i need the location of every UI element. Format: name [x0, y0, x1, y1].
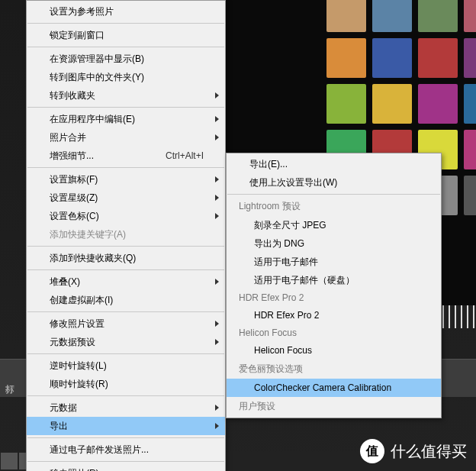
- menu-item-label: 使用上次设置导出(W): [249, 176, 420, 189]
- menu-item-label: 在资源管理器中显示(B): [50, 53, 204, 65]
- menu-item[interactable]: 导出为 DNG: [227, 234, 441, 253]
- menu-item-label: 适用于电子邮件: [254, 256, 420, 268]
- menu-item[interactable]: 照片合并: [27, 128, 225, 147]
- menu-item[interactable]: 在资源管理器中显示(B): [27, 50, 225, 68]
- menu-item[interactable]: 导出: [27, 417, 225, 435]
- menu-item[interactable]: 修改照片设置: [27, 315, 225, 333]
- submenu-arrow-icon: [215, 176, 219, 182]
- menu-item-label: 刻录全尺寸 JPEG: [254, 219, 420, 231]
- menu-item[interactable]: 转到收藏夹: [27, 86, 225, 105]
- submenu-arrow-icon: [215, 92, 219, 98]
- menu-section-header: Lightroom 预设: [227, 197, 441, 216]
- menu-item[interactable]: 增强细节...Ctrl+Alt+I: [27, 147, 225, 165]
- submenu-arrow-icon: [215, 339, 219, 345]
- menu-item-label: 添加到快捷收藏夹(Q): [50, 252, 204, 264]
- menu-item-label: Helicon Focus: [254, 344, 420, 356]
- submenu-arrow-icon: [215, 134, 219, 140]
- watermark-text: 什么值得买: [391, 441, 467, 462]
- menu-item-shortcut: Ctrl+Alt+I: [166, 150, 204, 162]
- menu-item-label: 转到图库中的文件夹(Y): [50, 71, 204, 83]
- menu-item[interactable]: 通过电子邮件发送照片...: [27, 440, 225, 459]
- menu-section-header: 用户预设: [227, 397, 441, 416]
- menu-separator: [27, 461, 224, 462]
- menu-item[interactable]: Helicon Focus: [227, 341, 441, 360]
- menu-item-label: 导出为 DNG: [254, 237, 420, 250]
- menu-item[interactable]: 顺时针旋转(R): [27, 375, 225, 393]
- menu-item-label: 设置旗标(F): [50, 173, 204, 185]
- watermark: 值 什么值得买: [360, 439, 467, 463]
- export-submenu[interactable]: 导出(E)...使用上次设置导出(W)Lightroom 预设刻录全尺寸 JPE…: [226, 153, 442, 418]
- menu-item[interactable]: 堆叠(X): [27, 273, 225, 291]
- menu-separator: [27, 437, 224, 438]
- submenu-arrow-icon: [215, 423, 219, 429]
- color-swatch: [372, 38, 412, 78]
- color-swatch: [418, 84, 458, 124]
- menu-section-header: Helicon Focus: [227, 324, 441, 341]
- menu-separator: [27, 23, 224, 24]
- menu-item[interactable]: 转到图库中的文件夹(Y): [27, 68, 225, 86]
- thumbnail[interactable]: [1, 453, 18, 469]
- context-menu[interactable]: 设置为参考照片锁定到副窗口在资源管理器中显示(B)转到图库中的文件夹(Y)转到收…: [26, 0, 226, 471]
- menu-item-label: 设置星级(Z): [50, 192, 204, 204]
- menu-item[interactable]: 逆时针旋转(L): [27, 356, 225, 375]
- menu-separator: [27, 311, 224, 312]
- menu-item-label: 导出: [50, 420, 204, 432]
- menu-item[interactable]: 添加到快捷收藏夹(Q): [27, 249, 225, 267]
- menu-section-header: 爱色丽预设选项: [227, 360, 441, 379]
- color-swatch: [464, 176, 476, 215]
- menu-item[interactable]: 设置星级(Z): [27, 189, 225, 207]
- menu-item-label: 移去照片(R)...: [50, 467, 204, 471]
- submenu-arrow-icon: [215, 116, 219, 122]
- menu-item[interactable]: 适用于电子邮件（硬盘）: [227, 271, 441, 289]
- menu-separator: [27, 246, 224, 247]
- menu-item-label: 创建虚拟副本(I): [50, 294, 204, 306]
- menu-item-label: 转到收藏夹: [50, 89, 204, 102]
- menu-item[interactable]: 元数据预设: [27, 333, 225, 351]
- color-swatch: [464, 84, 476, 124]
- menu-item[interactable]: 元数据: [27, 398, 225, 417]
- menu-item-label: ColorChecker Camera Calibration: [254, 382, 420, 394]
- submenu-arrow-icon: [215, 321, 219, 327]
- submenu-arrow-icon: [215, 213, 219, 219]
- color-swatch: [326, 84, 366, 124]
- color-swatch: [372, 84, 412, 124]
- menu-item[interactable]: 锁定到副窗口: [27, 26, 225, 44]
- menu-separator: [27, 47, 224, 47]
- menu-item[interactable]: HDR Efex Pro 2: [227, 306, 441, 324]
- menu-item-label: 在应用程序中编辑(E): [50, 113, 204, 125]
- edge-label: 打标: [0, 374, 19, 380]
- menu-item[interactable]: 在应用程序中编辑(E): [27, 110, 225, 128]
- menu-item[interactable]: 刻录全尺寸 JPEG: [227, 216, 441, 234]
- menu-item-label: 增强细节...: [50, 150, 150, 162]
- menu-item[interactable]: 使用上次设置导出(W): [227, 173, 441, 192]
- color-swatch: [418, 0, 458, 32]
- submenu-arrow-icon: [215, 195, 219, 201]
- menu-item-label: 通过电子邮件发送照片...: [50, 444, 204, 456]
- menu-item-label: 锁定到副窗口: [50, 29, 204, 41]
- menu-separator: [27, 395, 224, 396]
- menu-item-label: 堆叠(X): [50, 276, 204, 288]
- menu-item-label: 导出(E)...: [249, 158, 420, 170]
- menu-item[interactable]: 适用于电子邮件: [227, 253, 441, 271]
- menu-item[interactable]: 创建虚拟副本(I): [27, 291, 225, 309]
- menu-item-label: HDR Efex Pro 2: [254, 309, 420, 321]
- menu-separator: [227, 194, 440, 195]
- menu-item-label: 元数据预设: [50, 336, 204, 348]
- menu-item[interactable]: 设置色标(C): [27, 207, 225, 225]
- menu-item-label: 顺时针旋转(R): [50, 378, 204, 390]
- color-swatch: [464, 130, 476, 169]
- menu-item-label: 设置色标(C): [50, 210, 204, 222]
- color-swatch: [418, 38, 458, 78]
- menu-item: 添加快捷关键字(A): [27, 225, 225, 244]
- submenu-arrow-icon: [215, 405, 219, 411]
- color-swatch: [464, 38, 476, 78]
- menu-section-header: HDR Efex Pro 2: [227, 289, 441, 306]
- menu-item[interactable]: 设置为参考照片: [27, 2, 225, 21]
- menu-item[interactable]: 移去照片(R)...: [27, 464, 225, 471]
- menu-item[interactable]: 导出(E)...: [227, 155, 441, 173]
- menu-item[interactable]: 设置旗标(F): [27, 170, 225, 189]
- menu-item[interactable]: ColorChecker Camera Calibration: [227, 379, 441, 397]
- menu-item-label: 修改照片设置: [50, 318, 204, 330]
- color-swatch: [326, 0, 366, 32]
- menu-separator: [27, 107, 224, 108]
